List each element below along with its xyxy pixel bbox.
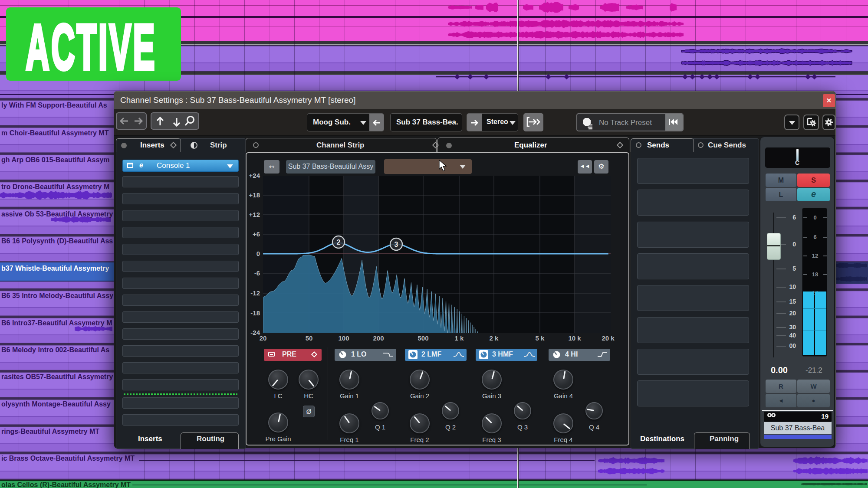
svg-text:2 k: 2 k (490, 334, 499, 342)
svg-text:50: 50 (306, 334, 313, 342)
svg-text:1 k: 1 k (455, 334, 464, 342)
svg-text:500: 500 (418, 334, 428, 342)
svg-text:10 k: 10 k (568, 334, 581, 342)
svg-text:+24: +24 (249, 173, 260, 179)
svg-text:20: 20 (260, 334, 267, 342)
svg-text:100: 100 (338, 334, 349, 342)
svg-text:+6: +6 (253, 230, 260, 238)
svg-text:2: 2 (337, 239, 341, 246)
svg-text:-18: -18 (250, 309, 260, 317)
svg-text:20 k: 20 k (602, 334, 615, 342)
svg-text:+18: +18 (249, 191, 260, 199)
svg-text:-12: -12 (250, 289, 260, 297)
svg-text:+12: +12 (249, 211, 260, 218)
svg-text:0: 0 (256, 250, 260, 257)
svg-text:200: 200 (373, 334, 384, 342)
svg-text:3: 3 (395, 241, 398, 248)
svg-text:-24: -24 (250, 329, 260, 336)
svg-text:5 k: 5 k (536, 334, 545, 342)
svg-text:-6: -6 (254, 269, 260, 277)
